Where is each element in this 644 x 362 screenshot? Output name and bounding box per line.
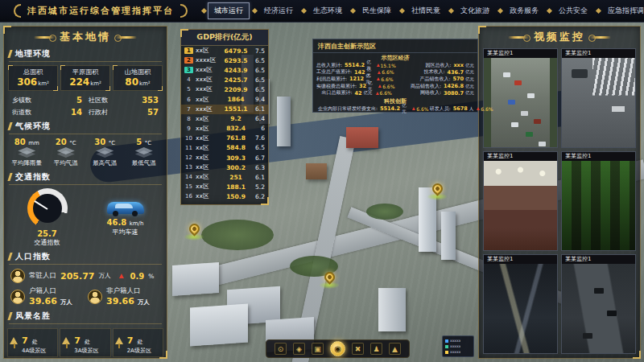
up-arrow-icon — [477, 107, 480, 110]
gdp-rank-badge: 6 — [184, 97, 193, 103]
basic-info-panel: 基本地情 地理环境 总面积 306km² 平原面积 224km² 山地面积 80… — [3, 26, 167, 359]
gdp-table-row[interactable]: 13 xx区 300.2 6.3 — [181, 162, 268, 172]
gdp-growth: 9.4 — [252, 96, 265, 103]
camera-label: 某某监控1 — [562, 49, 635, 58]
nav-tab[interactable]: 城市运行 — [208, 2, 250, 19]
gdp-table-row[interactable]: 7 xxx区 1551.1 6.1 — [181, 105, 268, 114]
gdp-table-row[interactable]: 3 xxx区 4243.9 6.5 — [181, 65, 268, 75]
gdp-rank-badge: 9 — [184, 125, 193, 132]
stat-value: 5514.2 — [345, 62, 365, 68]
nav-tab[interactable]: 生态环境 — [308, 3, 348, 19]
gdp-district-name: xxx区 — [196, 85, 220, 93]
gdp-table-row[interactable]: 8 xx区 9.2 6.4 — [181, 114, 268, 124]
gdp-growth: 7.6 — [252, 134, 265, 142]
economy-stat-row: 园区总收入: xxx 亿元 — [396, 62, 474, 69]
nav-tab[interactable]: 文化旅游 — [455, 3, 495, 19]
climate-section-title: 气候环境 — [15, 121, 51, 132]
camera-tile[interactable]: 某某监控1 — [561, 151, 636, 251]
stat-trend: 6.6% — [380, 90, 396, 96]
gdp-table-row[interactable]: 11 xx区 584.8 6.5 — [181, 143, 268, 153]
stat-trend: 6.6% — [382, 84, 395, 89]
stat-value: 1212 — [349, 76, 364, 82]
gdp-table-row[interactable]: 10 xx区 761.8 7.6 — [181, 134, 268, 143]
stat-unit: 亿元 — [465, 63, 474, 68]
resident-unit: 万人 — [98, 272, 110, 280]
geo-count-row: 社区数 353 — [89, 94, 159, 105]
toolbar-tool-icon[interactable]: ▣ — [312, 343, 324, 355]
diamond-separator-icon — [596, 8, 601, 14]
gdp-table-row[interactable]: 9 xx区 832.4 6 — [181, 124, 268, 134]
gdp-district-name: xxx区 — [196, 105, 220, 113]
stat-trend: 6.6% — [416, 106, 429, 112]
gdp-table-row[interactable]: 12 xx区 309.3 6.7 — [181, 153, 268, 162]
gdp-district-name: xxx区 — [196, 66, 220, 74]
gdp-table-row[interactable]: 1 xx区 6479.5 7.5 — [181, 46, 268, 56]
toolbar-tool-icon[interactable]: ▲ — [389, 343, 401, 355]
gdp-district-name: xx区 — [196, 96, 220, 104]
stat-value: 1426.8 — [444, 83, 464, 89]
gdp-table-row[interactable]: 2 xxxx区 6293.5 6.5 — [181, 56, 268, 65]
scenic-section-title: 风景名胜 — [15, 311, 51, 322]
camera-tile[interactable]: 某某监控1 — [483, 151, 558, 251]
nav-tab[interactable]: 经济运行 — [258, 3, 299, 19]
gdp-rank-badge: 11 — [184, 145, 193, 151]
geo-count-label: 乡镇数 — [12, 96, 31, 105]
area-stat-label: 山地面积 — [114, 68, 162, 76]
dashboard: 沣西城市运行综合管理指挥平台 城市运行 经济运行 生态环境 民生保障 — [0, 0, 644, 362]
gdp-table-row[interactable]: 14 xx区 251 6.1 — [181, 172, 268, 182]
area-stat-box: 山地面积 80km² — [113, 65, 163, 91]
toolbar-tool-icon[interactable]: ✖ — [352, 343, 364, 355]
legend-chip-icon — [445, 345, 448, 348]
climate-stats: 80 mm 平均降雨量 20 °C 平均气温 30 °C 最高气温 5 °C 最… — [7, 138, 163, 167]
traffic-gauge — [27, 188, 68, 228]
climate-label: 最高气温 — [85, 159, 125, 167]
gdp-table-row[interactable]: 16 xx区 150.9 6.2 — [181, 191, 268, 201]
toolbar-tool-icon[interactable]: ♟ — [370, 343, 382, 355]
toolbar-tool-icon[interactable]: ⊙ — [275, 343, 287, 355]
ornament-right — [116, 36, 137, 39]
geo-count-label: 街道数 — [12, 108, 31, 117]
gdp-table-row[interactable]: 6 xx区 1864 9.4 — [181, 94, 268, 104]
camera-tile[interactable]: 某某监控1 — [561, 254, 636, 354]
gdp-table-row[interactable]: 15 xx区 188.1 5.2 — [181, 182, 268, 191]
map-toolbar: ⊙◈▣◉✖♟▲ — [266, 339, 410, 358]
traffic-section-title: 交通指数 — [15, 171, 51, 183]
car-illustration — [107, 202, 144, 214]
gdp-table-row[interactable]: 4 xxx区 2425.7 6.5 — [181, 75, 268, 84]
gdp-rank-badge: 15 — [184, 183, 193, 190]
camera-tile[interactable]: 某某监控1 — [483, 254, 558, 354]
stat-trend: 6.6% — [381, 76, 395, 82]
toolbar-tool-icon[interactable]: ◈ — [293, 343, 305, 355]
economy-stat-row: 工业总产值累计: 142 亿元 6.6% — [316, 69, 396, 76]
nav-tab[interactable]: 社情民意 — [406, 3, 446, 19]
stat-unit: 人 — [469, 106, 474, 112]
toolbar-tool-icon[interactable]: ◉ — [330, 341, 345, 356]
nav-tab-unit: 民生保障 — [349, 3, 397, 19]
stat-label: 网络收入: — [420, 89, 441, 97]
climate-value: 5 °C — [125, 138, 164, 146]
page-title: 沣西城市运行综合管理指挥平台 — [21, 5, 180, 17]
nav-tab[interactable]: 民生保障 — [357, 3, 397, 19]
stat-value: 5514.2 — [380, 105, 400, 112]
gdp-table-row[interactable]: 5 xxx区 2209.9 6.5 — [181, 84, 268, 94]
stat-unit: 亿元 — [364, 90, 373, 96]
area-stat-label: 总面积 — [9, 68, 57, 76]
gdp-district-name: xx区 — [196, 154, 220, 162]
camera-tile[interactable]: 某某监控1 — [561, 48, 636, 148]
population-group-value: 39.66 万人 — [106, 296, 150, 306]
climate-label: 平均气温 — [47, 159, 86, 167]
camera-tile[interactable]: 某某监控1 — [483, 48, 558, 148]
stat-value: 3080.7 — [444, 90, 464, 97]
nav-tab[interactable]: 政务服务 — [504, 3, 544, 19]
geo-section-title: 地理环境 — [15, 48, 51, 60]
nav-tab-unit: 社情民意 — [398, 3, 446, 19]
header: 沣西城市运行综合管理指挥平台 城市运行 经济运行 生态环境 民生保障 — [0, 0, 644, 23]
nav-tab[interactable]: 应急指挥调度 — [602, 3, 644, 19]
gdp-growth: 5.2 — [252, 183, 265, 191]
park — [366, 204, 403, 220]
scenic-item: 7 处 3A级景区 — [60, 328, 110, 357]
title-bracket-left — [14, 4, 21, 18]
climate-label: 平均降雨量 — [7, 159, 47, 167]
nav-tab[interactable]: 公共安全 — [553, 3, 593, 19]
tree-icon — [10, 337, 19, 348]
